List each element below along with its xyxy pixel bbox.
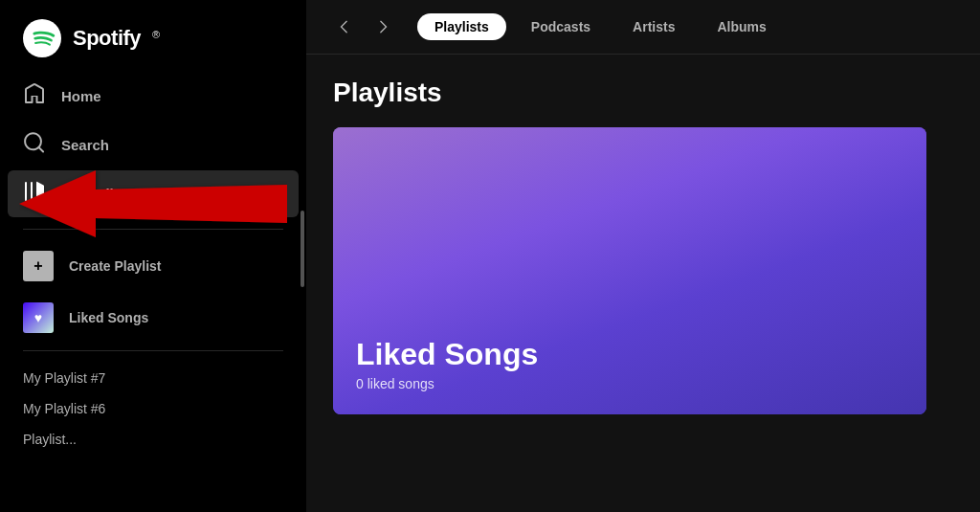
liked-songs-card[interactable]: Liked Songs 0 liked songs [333,127,926,414]
scrollbar-thumb[interactable] [301,211,304,287]
sidebar-item-home[interactable]: Home [8,73,299,120]
page-title: Playlists [333,78,953,108]
liked-songs-icon: ♥ [23,302,54,333]
tab-podcasts[interactable]: Podcasts [514,13,608,40]
sidebar-actions: + Create Playlist ♥ Liked Songs [0,241,306,343]
playlists-divider [23,350,283,351]
spotify-logo-icon [23,19,61,57]
search-icon [23,131,46,159]
back-button[interactable] [329,11,360,42]
list-item[interactable]: My Playlist #6 [8,393,299,424]
page-body: Playlists Liked Songs 0 liked songs [306,55,980,512]
nav-arrows [329,11,398,42]
create-playlist-label: Create Playlist [69,258,162,274]
sidebar-item-home-label: Home [61,88,101,104]
scrollbar-track [301,191,304,474]
main-content: Playlists Podcasts Artists Albums Playli… [306,0,980,512]
sidebar-item-search-label: Search [61,137,109,153]
create-playlist-item[interactable]: + Create Playlist [8,241,299,291]
filter-tabs: Playlists Podcasts Artists Albums [417,13,784,40]
home-icon [23,82,46,110]
sidebar-item-search[interactable]: Search [8,122,299,168]
playlist-list: My Playlist #7 My Playlist #6 Playlist..… [0,359,306,458]
list-item[interactable]: Playlist... [8,424,299,455]
liked-songs-sidebar-label: Liked Songs [69,310,148,325]
logo-area: Spotify ® [0,0,306,73]
sidebar-item-library-label: Your Library [61,186,145,202]
sidebar: Spotify ® Home Search Your Lib [0,0,306,512]
nav-divider [23,229,283,230]
list-item[interactable]: My Playlist #7 [8,363,299,393]
liked-songs-card-count: 0 liked songs [356,376,903,391]
spotify-wordmark: Spotify [73,26,141,51]
library-icon [23,180,46,208]
liked-songs-item[interactable]: ♥ Liked Songs [8,293,299,343]
tab-artists[interactable]: Artists [615,13,692,40]
tab-playlists[interactable]: Playlists [417,13,506,40]
top-nav: Playlists Podcasts Artists Albums [306,0,980,55]
tab-albums[interactable]: Albums [700,13,783,40]
create-playlist-icon: + [23,251,54,281]
sidebar-item-library[interactable]: Your Library [8,170,299,217]
liked-songs-card-title: Liked Songs [356,337,903,372]
nav-menu: Home Search Your Library [0,73,306,217]
forward-button[interactable] [368,11,398,42]
trademark: ® [152,29,160,40]
